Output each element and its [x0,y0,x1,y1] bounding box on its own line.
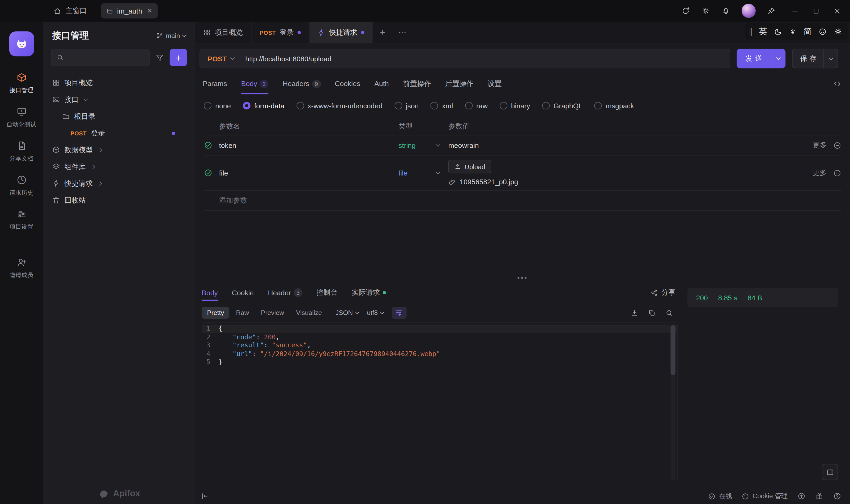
tree-item-recycle-bin[interactable]: 回收站 [43,192,194,209]
param-name-field[interactable]: token [219,141,399,149]
more-link[interactable]: 更多 [813,141,827,150]
refresh-icon[interactable] [681,6,690,15]
param-type-select[interactable]: file [399,169,448,177]
upload-button[interactable]: Upload [448,160,491,174]
tab-post-operations[interactable]: 后置操作 [445,74,473,94]
method-select[interactable]: POST [200,54,240,63]
param-value-field[interactable]: meowrain [448,141,799,149]
cookie-manager[interactable]: Cookie 管理 [742,491,787,501]
share-button[interactable]: 分享 [651,288,679,298]
close-window-tab-icon[interactable]: ✕ [147,7,153,15]
tree-item-apis[interactable]: 接口 [43,91,194,108]
enabled-check-icon[interactable] [204,168,213,177]
upgrade-icon[interactable] [797,492,805,500]
encoding-select[interactable]: utf8 [367,309,384,317]
rail-item-project-settings[interactable]: 项目设置 [0,203,43,237]
tree-item-root-directory[interactable]: 根目录 [43,108,194,125]
more-link[interactable]: 更多 [813,168,827,178]
body-type-xml[interactable]: xml [430,102,453,110]
minimize-icon[interactable] [791,7,799,15]
tree-item-data-models[interactable]: 数据模型 [43,142,194,158]
tab-pre-operations[interactable]: 前置操作 [403,74,431,94]
collapse-sidebar-icon[interactable] [200,492,209,500]
rail-item-invite-members[interactable]: 邀请成员 [0,251,43,285]
tab-settings[interactable]: 设置 [488,74,501,94]
tab-response-header[interactable]: Header3 [268,281,302,304]
view-visualize[interactable]: Visualize [290,307,327,319]
pin-icon[interactable] [767,7,775,15]
ime-handle-icon[interactable] [749,28,752,36]
tab-console[interactable]: 控制台 [316,281,338,304]
tab-body[interactable]: Body2 [241,74,268,94]
download-icon[interactable] [630,309,639,317]
remove-row-icon[interactable] [833,169,842,177]
tree-item-component-library[interactable]: 组件库 [43,158,194,175]
tab-more-button[interactable]: ⋯ [392,22,412,43]
view-pretty[interactable]: Pretty [201,307,230,319]
send-dropdown[interactable] [771,49,785,68]
branch-selector[interactable]: main [156,32,186,39]
window-tab-im-auth[interactable]: im_auth ✕ [101,3,158,18]
tab-login-api[interactable]: POST 登录 [251,22,309,43]
close-window-icon[interactable] [833,7,842,15]
rail-item-request-history[interactable]: 请求历史 [0,168,43,203]
body-type-binary[interactable]: binary [500,102,530,110]
emoji-icon[interactable] [819,28,827,36]
format-select[interactable]: JSON [336,309,359,317]
word-wrap-toggle[interactable] [392,307,406,319]
enabled-check-icon[interactable] [204,141,213,150]
code-view-icon[interactable] [833,80,842,88]
project-logo[interactable] [9,31,34,56]
notifications-bell-icon[interactable] [722,6,730,15]
settings-gear-icon[interactable] [702,6,710,15]
gift-icon[interactable] [815,492,824,500]
param-type-select[interactable]: string [399,141,448,149]
tab-project-overview[interactable]: 项目概览 [195,22,251,43]
tab-actual-request[interactable]: 实际请求 [352,281,386,304]
search-input[interactable] [51,49,149,66]
maximize-icon[interactable] [813,7,820,15]
moon-icon[interactable] [774,28,782,36]
copy-icon[interactable] [648,309,656,317]
view-preview[interactable]: Preview [255,307,289,319]
rail-item-automated-testing[interactable]: 自动化测试 [0,101,43,134]
tree-item-quick-request[interactable]: 快捷请求 [43,175,194,192]
scrollbar-track[interactable] [670,324,675,480]
tab-quick-request[interactable]: 快捷请求 [309,22,373,43]
online-status[interactable]: 在线 [708,491,732,501]
tree-item-project-overview[interactable]: 项目概览 [43,74,194,91]
tab-auth[interactable]: Auth [374,74,389,94]
help-icon[interactable] [833,492,842,500]
main-window-tab[interactable]: 主窗口 [53,6,87,16]
panel-resize-handle[interactable]: ••• [517,274,528,282]
rail-item-share-docs[interactable]: 分享文档 [0,134,43,168]
filter-icon[interactable] [155,53,164,62]
add-new-button[interactable]: + [170,49,187,66]
url-input[interactable]: http://localhost:8080/upload [245,54,332,63]
ime-settings-gear-icon[interactable] [834,27,843,36]
save-button[interactable]: 保存 [792,49,838,68]
user-avatar[interactable] [742,4,756,18]
new-tab-button[interactable]: ＋ [373,22,392,43]
remove-row-icon[interactable] [833,141,842,149]
body-type-x-www-form-urlencoded[interactable]: x-www-form-urlencoded [296,102,382,110]
tab-cookies[interactable]: Cookies [335,74,360,94]
body-type-json[interactable]: json [394,102,419,110]
tab-params[interactable]: Params [203,74,227,94]
tab-response-cookie[interactable]: Cookie [232,281,254,304]
tab-response-body[interactable]: Body [201,281,217,304]
ime-language-toggle[interactable]: 英 [759,26,767,37]
send-button[interactable]: 发送 [737,49,785,68]
body-type-form-data[interactable]: form-data [243,102,284,110]
ime-simplified-toggle[interactable]: 简 [803,26,812,37]
save-dropdown[interactable] [824,49,837,68]
view-raw[interactable]: Raw [231,307,254,319]
tree-item-login-api[interactable]: POST 登录 [43,125,194,141]
scrollbar-thumb[interactable] [670,325,675,375]
add-param-row[interactable]: 添加参数 [204,191,841,211]
search-field[interactable] [67,54,144,61]
tab-headers[interactable]: Headers9 [283,74,321,94]
rail-item-api-management[interactable]: 接口管理 [0,66,43,101]
body-type-raw[interactable]: raw [465,102,488,110]
param-name-field[interactable]: file [219,169,399,177]
